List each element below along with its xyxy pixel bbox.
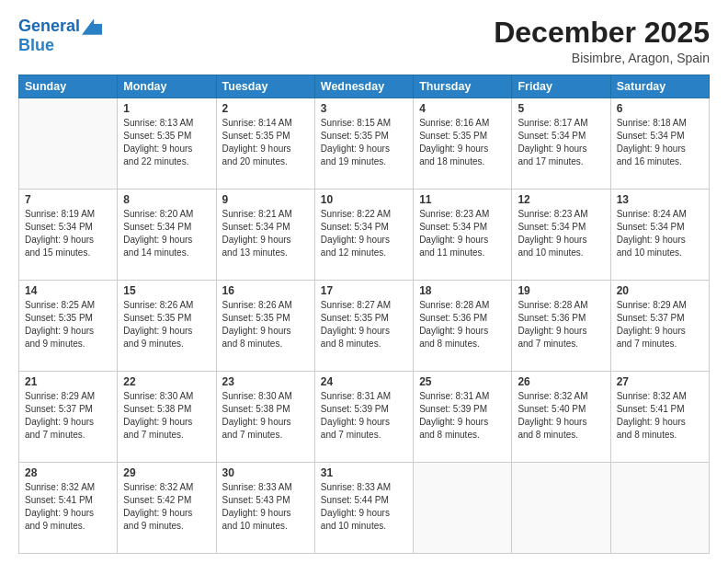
day-cell: 16Sunrise: 8:26 AM Sunset: 5:35 PM Dayli…: [216, 281, 314, 372]
day-cell: [19, 98, 118, 190]
logo-icon: [82, 17, 102, 37]
day-cell: 5Sunrise: 8:17 AM Sunset: 5:34 PM Daylig…: [512, 98, 610, 190]
page: General Blue December 2025 Bisimbre, Ara…: [0, 0, 728, 563]
logo-text-blue: Blue: [18, 37, 54, 55]
day-number: 24: [321, 375, 407, 388]
day-cell: 7Sunrise: 8:19 AM Sunset: 5:34 PM Daylig…: [19, 190, 118, 281]
day-number: 12: [518, 193, 604, 206]
day-cell: 30Sunrise: 8:33 AM Sunset: 5:43 PM Dayli…: [216, 463, 314, 554]
day-cell: 20Sunrise: 8:29 AM Sunset: 5:37 PM Dayli…: [610, 281, 709, 372]
day-info: Sunrise: 8:16 AM Sunset: 5:35 PM Dayligh…: [419, 117, 506, 168]
day-number: 3: [321, 102, 407, 115]
day-number: 16: [222, 284, 309, 297]
day-number: 29: [123, 466, 210, 479]
day-number: 23: [222, 375, 309, 388]
day-cell: 11Sunrise: 8:23 AM Sunset: 5:34 PM Dayli…: [414, 190, 512, 281]
day-info: Sunrise: 8:21 AM Sunset: 5:34 PM Dayligh…: [222, 208, 309, 259]
week-row-1: 7Sunrise: 8:19 AM Sunset: 5:34 PM Daylig…: [19, 190, 710, 281]
day-info: Sunrise: 8:26 AM Sunset: 5:35 PM Dayligh…: [222, 299, 309, 350]
day-info: Sunrise: 8:14 AM Sunset: 5:35 PM Dayligh…: [222, 117, 309, 168]
week-row-3: 21Sunrise: 8:29 AM Sunset: 5:37 PM Dayli…: [19, 372, 710, 463]
day-cell: 9Sunrise: 8:21 AM Sunset: 5:34 PM Daylig…: [216, 190, 314, 281]
day-info: Sunrise: 8:18 AM Sunset: 5:34 PM Dayligh…: [617, 117, 703, 168]
day-number: 8: [123, 193, 210, 206]
day-info: Sunrise: 8:27 AM Sunset: 5:35 PM Dayligh…: [321, 299, 407, 350]
day-info: Sunrise: 8:30 AM Sunset: 5:38 PM Dayligh…: [123, 390, 210, 442]
day-info: Sunrise: 8:28 AM Sunset: 5:36 PM Dayligh…: [419, 299, 506, 350]
day-info: Sunrise: 8:29 AM Sunset: 5:37 PM Dayligh…: [617, 299, 703, 350]
day-number: 11: [419, 193, 506, 206]
day-info: Sunrise: 8:24 AM Sunset: 5:34 PM Dayligh…: [617, 208, 703, 259]
day-number: 18: [419, 284, 506, 297]
day-number: 15: [123, 284, 210, 297]
day-cell: 4Sunrise: 8:16 AM Sunset: 5:35 PM Daylig…: [414, 98, 512, 190]
day-number: 5: [518, 102, 604, 115]
col-header-wednesday: Wednesday: [314, 75, 413, 98]
day-number: 20: [617, 284, 703, 297]
calendar-table: SundayMondayTuesdayWednesdayThursdayFrid…: [18, 75, 710, 554]
header-row: SundayMondayTuesdayWednesdayThursdayFrid…: [19, 75, 710, 98]
day-cell: 1Sunrise: 8:13 AM Sunset: 5:35 PM Daylig…: [118, 98, 216, 190]
logo: General Blue: [18, 17, 102, 55]
day-info: Sunrise: 8:30 AM Sunset: 5:38 PM Dayligh…: [222, 390, 309, 442]
day-cell: 18Sunrise: 8:28 AM Sunset: 5:36 PM Dayli…: [414, 281, 512, 372]
day-number: 19: [518, 284, 604, 297]
day-info: Sunrise: 8:29 AM Sunset: 5:37 PM Dayligh…: [25, 390, 111, 442]
day-info: Sunrise: 8:15 AM Sunset: 5:35 PM Dayligh…: [321, 117, 407, 168]
day-cell: 8Sunrise: 8:20 AM Sunset: 5:34 PM Daylig…: [118, 190, 216, 281]
week-row-4: 28Sunrise: 8:32 AM Sunset: 5:41 PM Dayli…: [19, 463, 710, 554]
subtitle: Bisimbre, Aragon, Spain: [494, 51, 710, 65]
day-cell: 2Sunrise: 8:14 AM Sunset: 5:35 PM Daylig…: [216, 98, 314, 190]
col-header-sunday: Sunday: [19, 75, 118, 98]
day-info: Sunrise: 8:23 AM Sunset: 5:34 PM Dayligh…: [518, 208, 604, 259]
day-cell: 24Sunrise: 8:31 AM Sunset: 5:39 PM Dayli…: [314, 372, 413, 463]
day-number: 30: [222, 466, 309, 479]
col-header-monday: Monday: [118, 75, 216, 98]
day-info: Sunrise: 8:25 AM Sunset: 5:35 PM Dayligh…: [25, 299, 111, 350]
day-info: Sunrise: 8:17 AM Sunset: 5:34 PM Dayligh…: [518, 117, 604, 168]
day-cell: 28Sunrise: 8:32 AM Sunset: 5:41 PM Dayli…: [19, 463, 118, 554]
day-info: Sunrise: 8:19 AM Sunset: 5:34 PM Dayligh…: [25, 208, 111, 259]
day-info: Sunrise: 8:31 AM Sunset: 5:39 PM Dayligh…: [419, 390, 506, 442]
day-number: 14: [25, 284, 111, 297]
day-info: Sunrise: 8:33 AM Sunset: 5:44 PM Dayligh…: [321, 481, 407, 533]
day-info: Sunrise: 8:32 AM Sunset: 5:41 PM Dayligh…: [25, 481, 111, 533]
day-cell: 15Sunrise: 8:26 AM Sunset: 5:35 PM Dayli…: [118, 281, 216, 372]
day-cell: 23Sunrise: 8:30 AM Sunset: 5:38 PM Dayli…: [216, 372, 314, 463]
week-row-0: 1Sunrise: 8:13 AM Sunset: 5:35 PM Daylig…: [19, 98, 710, 190]
day-info: Sunrise: 8:32 AM Sunset: 5:42 PM Dayligh…: [123, 481, 210, 533]
day-number: 21: [25, 375, 111, 388]
day-cell: [512, 463, 610, 554]
day-number: 25: [419, 375, 506, 388]
day-info: Sunrise: 8:20 AM Sunset: 5:34 PM Dayligh…: [123, 208, 210, 259]
day-cell: 6Sunrise: 8:18 AM Sunset: 5:34 PM Daylig…: [610, 98, 709, 190]
col-header-tuesday: Tuesday: [216, 75, 314, 98]
day-number: 2: [222, 102, 309, 115]
day-info: Sunrise: 8:13 AM Sunset: 5:35 PM Dayligh…: [123, 117, 210, 168]
day-cell: 31Sunrise: 8:33 AM Sunset: 5:44 PM Dayli…: [314, 463, 413, 554]
col-header-saturday: Saturday: [610, 75, 709, 98]
day-cell: 14Sunrise: 8:25 AM Sunset: 5:35 PM Dayli…: [19, 281, 118, 372]
day-info: Sunrise: 8:33 AM Sunset: 5:43 PM Dayligh…: [222, 481, 309, 533]
day-info: Sunrise: 8:32 AM Sunset: 5:40 PM Dayligh…: [518, 390, 604, 442]
day-number: 1: [123, 102, 210, 115]
day-number: 27: [617, 375, 703, 388]
day-cell: 29Sunrise: 8:32 AM Sunset: 5:42 PM Dayli…: [118, 463, 216, 554]
day-cell: 26Sunrise: 8:32 AM Sunset: 5:40 PM Dayli…: [512, 372, 610, 463]
day-cell: 27Sunrise: 8:32 AM Sunset: 5:41 PM Dayli…: [610, 372, 709, 463]
day-cell: [610, 463, 709, 554]
day-cell: 17Sunrise: 8:27 AM Sunset: 5:35 PM Dayli…: [314, 281, 413, 372]
title-block: December 2025 Bisimbre, Aragon, Spain: [494, 17, 710, 65]
day-number: 28: [25, 466, 111, 479]
month-title: December 2025: [494, 17, 710, 49]
day-cell: 19Sunrise: 8:28 AM Sunset: 5:36 PM Dayli…: [512, 281, 610, 372]
day-number: 4: [419, 102, 506, 115]
day-number: 17: [321, 284, 407, 297]
day-info: Sunrise: 8:22 AM Sunset: 5:34 PM Dayligh…: [321, 208, 407, 259]
day-cell: 21Sunrise: 8:29 AM Sunset: 5:37 PM Dayli…: [19, 372, 118, 463]
day-cell: 22Sunrise: 8:30 AM Sunset: 5:38 PM Dayli…: [118, 372, 216, 463]
day-number: 13: [617, 193, 703, 206]
day-info: Sunrise: 8:26 AM Sunset: 5:35 PM Dayligh…: [123, 299, 210, 350]
day-cell: 12Sunrise: 8:23 AM Sunset: 5:34 PM Dayli…: [512, 190, 610, 281]
day-number: 22: [123, 375, 210, 388]
